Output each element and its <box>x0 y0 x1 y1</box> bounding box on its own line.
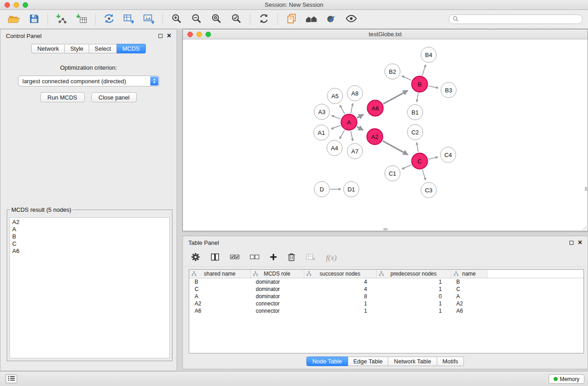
new-network-button[interactable] <box>100 12 118 27</box>
graph-edge-A-A7[interactable] <box>351 131 353 141</box>
graph-edge-A6-B[interactable] <box>383 91 408 104</box>
graph-node-D[interactable]: D <box>314 181 330 197</box>
graph-node-D1[interactable]: D1 <box>344 181 359 197</box>
tab-select[interactable]: Select <box>89 44 117 53</box>
zoom-fit-button[interactable] <box>208 12 225 27</box>
graph-node-B[interactable]: B <box>411 76 428 93</box>
table-row[interactable]: Cdominator41C <box>189 286 583 293</box>
mcds-result-item[interactable]: A6 <box>10 248 169 255</box>
graph-edge-B-B2[interactable] <box>402 76 411 81</box>
session-documents-button[interactable] <box>283 12 300 27</box>
mcds-result-item[interactable]: A2 <box>10 219 169 226</box>
horizontal-scrollbar[interactable] <box>383 228 387 230</box>
graph-node-A4[interactable]: A4 <box>327 140 343 156</box>
graph-node-C2[interactable]: C2 <box>407 124 423 140</box>
table-settings-button[interactable] <box>191 252 200 264</box>
mcds-result-item[interactable]: C <box>10 240 169 248</box>
graph-edge-B-B1[interactable] <box>417 93 418 102</box>
deselect-all-button[interactable] <box>250 252 259 264</box>
tab-mcds[interactable]: MCDS <box>117 44 145 53</box>
graph-edge-A-A4[interactable] <box>339 130 344 139</box>
tab-style[interactable]: Style <box>65 44 89 53</box>
table-row[interactable]: Adominator80A <box>189 293 583 300</box>
graph-edge-C-C4[interactable] <box>429 157 438 159</box>
table-row[interactable]: A6connector11A6 <box>189 307 583 315</box>
graph-edge-A-A5[interactable] <box>340 105 345 114</box>
graph-node-A7[interactable]: A7 <box>347 143 363 159</box>
export-table-button[interactable] <box>120 12 138 27</box>
tab-network-table[interactable]: Network Table <box>388 357 437 366</box>
zoom-selected-button[interactable] <box>228 12 245 27</box>
table-row[interactable]: A2connector11A2 <box>189 300 583 307</box>
open-session-button[interactable] <box>5 12 23 27</box>
float-panel-icon[interactable] <box>158 34 163 38</box>
float-table-panel-icon[interactable] <box>569 241 574 245</box>
graph-edge-B-B3[interactable] <box>429 86 439 88</box>
graph-edge-A2-C[interactable] <box>383 141 408 155</box>
graph-node-A5[interactable]: A5 <box>327 88 343 104</box>
delete-table-button[interactable] <box>306 252 316 264</box>
graph-node-A3[interactable]: A3 <box>314 104 330 120</box>
tab-edge-table[interactable]: Edge Table <box>348 357 388 366</box>
memory-button[interactable]: Memory <box>549 374 584 384</box>
column-header-name[interactable]: name <box>451 270 487 278</box>
vertical-scrollbar[interactable] <box>585 187 587 191</box>
close-table-panel-icon[interactable]: × <box>578 239 582 246</box>
function-builder-button[interactable]: f(x) <box>326 252 337 264</box>
graph-node-C3[interactable]: C3 <box>421 182 437 198</box>
graph-node-C4[interactable]: C4 <box>440 147 456 163</box>
choose-columns-button[interactable] <box>210 252 220 264</box>
network-canvas[interactable]: B4B2BB3A5A8A6A3AB1A1A2C2A4A7CC4C1C3DD1 <box>183 39 588 231</box>
delete-column-button[interactable] <box>287 252 296 264</box>
graph-node-C1[interactable]: C1 <box>385 166 401 181</box>
column-header-predecessor-nodes[interactable]: predecessor nodes <box>376 270 451 278</box>
graph-node-A6[interactable]: A6 <box>367 100 384 117</box>
table-row[interactable]: Bdominator41B <box>189 278 583 286</box>
save-session-button[interactable] <box>25 12 43 27</box>
graph-edge-C-C3[interactable] <box>422 170 425 180</box>
mcds-result-item[interactable]: A <box>10 226 169 233</box>
command-panel-button[interactable] <box>5 374 17 383</box>
graph-node-B2[interactable]: B2 <box>385 64 401 80</box>
graph-node-B1[interactable]: B1 <box>407 105 423 120</box>
home-button[interactable] <box>303 12 320 27</box>
close-panel-button[interactable]: Close panel <box>91 92 137 102</box>
graph-edge-A-A8[interactable] <box>351 104 353 114</box>
graph-edge-A-A3[interactable] <box>331 115 340 119</box>
graph-edge-A-A6[interactable] <box>357 114 363 118</box>
graph-edge-C-C2[interactable] <box>417 143 418 152</box>
add-column-button[interactable] <box>270 252 277 264</box>
criterion-dropdown[interactable]: largest connected component (directed) <box>18 76 159 86</box>
graph-edge-A-A2[interactable] <box>357 127 363 130</box>
import-network-button[interactable] <box>53 12 70 27</box>
column-header-shared-name[interactable]: shared name <box>189 270 250 278</box>
mcds-result-item[interactable]: B <box>10 233 169 240</box>
zoom-out-button[interactable] <box>188 12 205 27</box>
tab-node-table[interactable]: Node Table <box>306 357 348 366</box>
graph-node-B3[interactable]: B3 <box>441 82 457 98</box>
select-all-button[interactable] <box>230 252 239 264</box>
column-header-successor-nodes[interactable]: successor nodes <box>304 270 376 278</box>
apply-style-button[interactable] <box>323 12 340 27</box>
graph-node-A1[interactable]: A1 <box>314 125 330 141</box>
graph-edge-A-A1[interactable] <box>331 125 341 129</box>
tab-network[interactable]: Network <box>31 44 65 53</box>
run-mcds-button[interactable]: Run MCDS <box>40 92 85 102</box>
graph-node-A8[interactable]: A8 <box>347 86 363 101</box>
tab-motifs[interactable]: Motifs <box>437 357 464 366</box>
graph-node-C[interactable]: C <box>411 153 428 170</box>
resize-grip-icon[interactable] <box>582 225 587 230</box>
column-header-mcds-role[interactable]: MCDS role <box>250 270 304 278</box>
graph-node-B4[interactable]: B4 <box>421 47 437 63</box>
refresh-button[interactable] <box>255 12 272 27</box>
graph-edge-C-C1[interactable] <box>402 165 411 169</box>
import-table-button[interactable] <box>73 12 90 27</box>
graph-node-A2[interactable]: A2 <box>367 129 383 145</box>
graph-edge-B-B4[interactable] <box>422 65 425 76</box>
show-hide-button[interactable] <box>343 12 360 27</box>
export-image-button[interactable] <box>140 12 158 27</box>
graph-node-A[interactable]: A <box>341 114 358 131</box>
search-input[interactable] <box>461 16 578 23</box>
zoom-in-button[interactable] <box>168 12 185 27</box>
close-panel-icon[interactable]: × <box>167 32 171 39</box>
